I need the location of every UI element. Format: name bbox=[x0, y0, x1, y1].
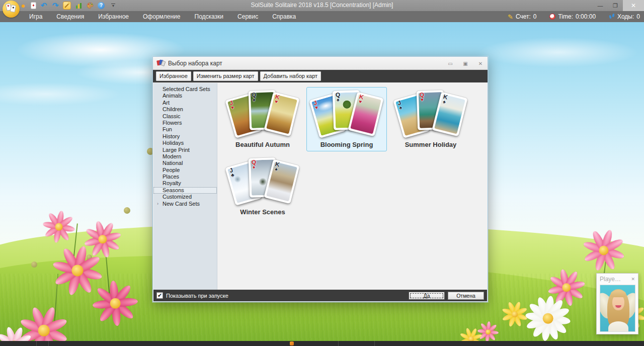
taskbar-app-icon[interactable] bbox=[290, 341, 294, 345]
category-item[interactable]: Flowers bbox=[153, 120, 217, 126]
taskbar-separator bbox=[48, 341, 49, 346]
magic-wand-icon[interactable] bbox=[63, 2, 71, 10]
deck-icon[interactable]: ♦ bbox=[31, 2, 36, 9]
undo-icon[interactable]: ↶ bbox=[40, 2, 48, 10]
yellow-flower bbox=[460, 328, 482, 341]
card-corner-index: Q♠ bbox=[251, 93, 258, 102]
category-item[interactable]: Animals bbox=[153, 93, 217, 99]
category-item[interactable]: ›New Card Sets bbox=[153, 201, 217, 207]
menu-item[interactable]: Сведения bbox=[49, 12, 91, 22]
score-label: Счет: bbox=[516, 13, 531, 20]
card-photo bbox=[266, 94, 297, 134]
taskbar-separator bbox=[374, 341, 375, 346]
menu-item[interactable]: Игра bbox=[22, 12, 49, 22]
category-item[interactable]: Fun bbox=[153, 126, 217, 133]
restore-button[interactable]: ❐ bbox=[608, 0, 623, 11]
dialog-toolbar-button[interactable]: Изменить размер карт bbox=[193, 71, 258, 81]
card-photo bbox=[434, 94, 465, 134]
dialog-toolbar: ИзбранноеИзменить размер картДобавить на… bbox=[153, 70, 488, 82]
category-item[interactable]: Customized bbox=[153, 194, 217, 200]
card-fan: J♣Q♦K♠ bbox=[223, 155, 303, 207]
card-set-tile[interactable]: J♠Q♥K♠Summer Holiday bbox=[390, 87, 471, 151]
new-game-icon[interactable]: ● bbox=[19, 2, 27, 10]
menu-item[interactable]: Справка bbox=[265, 12, 303, 22]
category-item[interactable]: Places bbox=[153, 174, 217, 180]
time-label: Time: bbox=[558, 13, 573, 20]
player-window: Playe… ✕ bbox=[596, 273, 638, 334]
menu-item[interactable]: Сервис bbox=[230, 12, 265, 22]
yellow-flower bbox=[502, 302, 527, 327]
dialog-restore-button[interactable]: ▣ bbox=[461, 61, 469, 66]
flower-bud bbox=[31, 262, 37, 268]
clock-icon bbox=[549, 14, 555, 20]
footer-buttons: Да Отмена bbox=[409, 292, 484, 300]
close-button[interactable]: ✕ bbox=[623, 0, 644, 11]
taskbar[interactable] bbox=[0, 341, 644, 346]
avatar-bangs bbox=[611, 290, 626, 297]
pencil-icon: ✎ bbox=[508, 13, 513, 21]
dialog-toolbar-button[interactable]: Добавить набор карт bbox=[260, 71, 321, 81]
palette-icon[interactable] bbox=[86, 2, 94, 10]
app-logo-icon[interactable]: ♥ ♠ bbox=[3, 1, 20, 18]
card-set-name: Beautiful Autumn bbox=[223, 141, 302, 148]
dialog-footer: ✔ Показывать при запуске Да Отмена bbox=[153, 290, 487, 301]
category-item[interactable]: Royalty bbox=[153, 180, 217, 187]
light-pink-flower bbox=[0, 327, 32, 341]
moves-label: Ходы: bbox=[617, 13, 634, 20]
card-set-tile[interactable]: J♥Q♠K♥Beautiful Autumn bbox=[222, 87, 303, 151]
player-window-title: Playe… bbox=[600, 276, 621, 283]
category-item[interactable]: Modern bbox=[153, 153, 217, 160]
show-at-startup-checkbox[interactable]: ✔ bbox=[156, 292, 163, 299]
card-set-tile[interactable]: J♥Q♠K♥Blooming Spring bbox=[306, 87, 387, 151]
card-corner-index: Q♥ bbox=[419, 93, 426, 102]
flower-core bbox=[543, 313, 553, 324]
dialog-close-button[interactable]: ✕ bbox=[476, 61, 485, 66]
menu-item[interactable]: Подсказки bbox=[188, 12, 231, 22]
card-set-tile[interactable]: J♣Q♦K♠Winter Scenes bbox=[222, 154, 303, 219]
category-item[interactable]: Seasons bbox=[153, 187, 217, 194]
redo-icon[interactable]: ↷ bbox=[51, 2, 59, 10]
moves-value: 0 bbox=[636, 13, 640, 20]
taskbar-separator bbox=[338, 341, 339, 346]
player-window-titlebar: Playe… ✕ bbox=[597, 274, 638, 284]
footsteps-icon bbox=[609, 14, 615, 20]
card-fan: J♥Q♠K♥ bbox=[307, 88, 387, 140]
menu-item[interactable]: Избранное bbox=[91, 12, 136, 22]
dialog-toolbar-button[interactable]: Избранное bbox=[156, 71, 191, 81]
category-list: Selected Card SetsAnimalsArtChildrenClas… bbox=[153, 83, 217, 290]
category-item[interactable]: Holidays bbox=[153, 140, 217, 146]
time-status: Time: 0:00:00 bbox=[549, 13, 596, 20]
cloud bbox=[0, 82, 121, 106]
menu-item[interactable]: Оформление bbox=[136, 12, 187, 22]
category-item[interactable]: National bbox=[153, 160, 217, 166]
card-set-name: Winter Scenes bbox=[223, 208, 302, 216]
flower-core bbox=[38, 325, 50, 336]
flower-core bbox=[468, 336, 474, 341]
dialog-minimize-button[interactable]: ▭ bbox=[446, 61, 454, 66]
minimize-button[interactable]: — bbox=[593, 0, 608, 11]
show-at-startup-label: Показывать при запуске bbox=[166, 293, 228, 299]
toolbar-overflow-icon[interactable]: ▾ bbox=[111, 4, 115, 8]
statistics-icon[interactable] bbox=[74, 2, 83, 10]
category-item[interactable]: Large Print bbox=[153, 147, 217, 153]
card-set-name: Summer Holiday bbox=[391, 141, 470, 148]
card-photo bbox=[266, 161, 297, 201]
help-icon[interactable]: ? bbox=[98, 2, 105, 9]
dialog-cards-icon bbox=[157, 60, 165, 67]
category-item[interactable]: Children bbox=[153, 106, 217, 113]
score-value: 0 bbox=[533, 13, 537, 20]
ok-button[interactable]: Да bbox=[409, 292, 445, 300]
pink-cosmos-flower bbox=[584, 230, 624, 271]
player-window-close-icon[interactable]: ✕ bbox=[631, 277, 635, 282]
flower-core bbox=[55, 223, 63, 231]
expand-arrow-icon[interactable]: › bbox=[157, 201, 158, 207]
category-item[interactable]: Art bbox=[153, 100, 217, 106]
dialog-titlebar: Выбор набора карт ▭ ▣ ✕ bbox=[153, 57, 488, 70]
category-item[interactable]: History bbox=[153, 133, 217, 140]
card-photo bbox=[350, 94, 381, 134]
cancel-button[interactable]: Отмена bbox=[448, 292, 484, 300]
category-item[interactable]: Classic bbox=[153, 113, 217, 120]
category-item[interactable]: Selected Card Sets bbox=[153, 86, 217, 93]
category-item[interactable]: People bbox=[153, 167, 217, 174]
card-corner-index: Q♦ bbox=[251, 160, 258, 169]
